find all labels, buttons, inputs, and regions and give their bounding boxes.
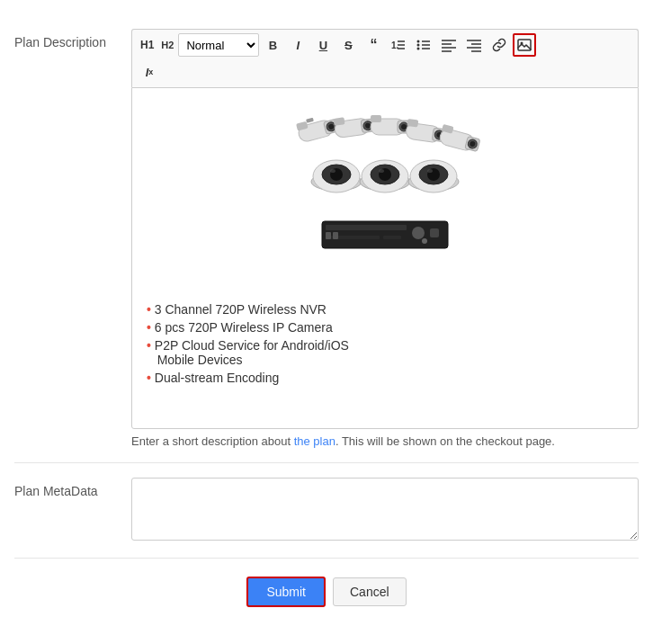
list-item: 3 Channel 720P Wireless NVR: [147, 300, 623, 318]
toolbar-unordered-list-button[interactable]: [412, 33, 435, 57]
svg-point-4: [417, 40, 420, 43]
svg-rect-35: [371, 115, 381, 122]
toolbar-ordered-list-button[interactable]: 1.: [387, 33, 410, 57]
cancel-button[interactable]: Cancel: [333, 577, 407, 606]
toolbar-underline-button[interactable]: U: [311, 33, 335, 57]
list-item: 6 pcs 720P Wireless IP Camera: [147, 318, 623, 336]
toolbar-align-left-button[interactable]: [437, 33, 461, 57]
svg-point-50: [330, 169, 335, 173]
toolbar-h1-button[interactable]: H1: [138, 33, 157, 57]
toolbar-blockquote-button[interactable]: “: [362, 33, 385, 57]
plan-description-field: H1 H2 Normal Heading 1 Heading 2 Heading…: [131, 29, 639, 448]
svg-point-55: [379, 169, 384, 173]
helper-text-highlight: the plan: [294, 434, 335, 448]
form-actions: Submit Cancel: [14, 559, 639, 616]
svg-rect-64: [430, 228, 439, 237]
toolbar-clear-format-button[interactable]: Ix: [138, 60, 161, 84]
helper-text: Enter a short description about the plan…: [131, 434, 639, 448]
svg-rect-40: [407, 119, 418, 128]
editor-content-area[interactable]: 3 Channel 720P Wireless NVR 6 pcs 720P W…: [131, 87, 639, 429]
toolbar-image-button[interactable]: [513, 33, 536, 57]
svg-point-60: [427, 169, 433, 173]
toolbar-format-select[interactable]: Normal Heading 1 Heading 2 Heading 3: [178, 33, 259, 57]
feature-list: 3 Channel 720P Wireless NVR 6 pcs 720P W…: [147, 300, 623, 387]
submit-button[interactable]: Submit: [246, 577, 326, 607]
svg-rect-62: [326, 225, 407, 230]
plan-description-row: Plan Description H1 H2 Normal Heading 1 …: [14, 14, 639, 463]
svg-rect-68: [326, 232, 331, 239]
cameras-svg: [286, 103, 484, 282]
plan-metadata-row: Plan MetaData: [14, 463, 639, 559]
svg-point-6: [417, 48, 420, 50]
svg-rect-30: [334, 117, 345, 126]
toolbar-strikethrough-button[interactable]: S: [336, 33, 360, 57]
list-item: P2P Cloud Service for Android/iOS Mobile…: [147, 336, 623, 369]
product-image: [147, 103, 623, 282]
toolbar-link-button[interactable]: [488, 33, 511, 57]
svg-point-34: [401, 124, 407, 130]
plan-metadata-field: [131, 478, 639, 543]
svg-rect-63: [412, 227, 425, 239]
list-item: Dual-stream Encoding: [147, 369, 623, 387]
svg-rect-25: [306, 118, 314, 123]
svg-rect-67: [383, 236, 401, 239]
toolbar-align-right-button[interactable]: [462, 33, 486, 57]
toolbar-bold-button[interactable]: B: [261, 33, 284, 57]
toolbar-italic-button[interactable]: I: [286, 33, 309, 57]
svg-point-5: [417, 44, 420, 47]
svg-rect-69: [333, 232, 338, 239]
plan-description-label: Plan Description: [14, 29, 131, 52]
plan-metadata-label: Plan MetaData: [14, 478, 131, 501]
svg-point-65: [422, 238, 427, 244]
editor-toolbar: H1 H2 Normal Heading 1 Heading 2 Heading…: [131, 29, 639, 87]
metadata-input[interactable]: [131, 478, 639, 541]
toolbar-h2-button[interactable]: H2: [158, 33, 176, 57]
